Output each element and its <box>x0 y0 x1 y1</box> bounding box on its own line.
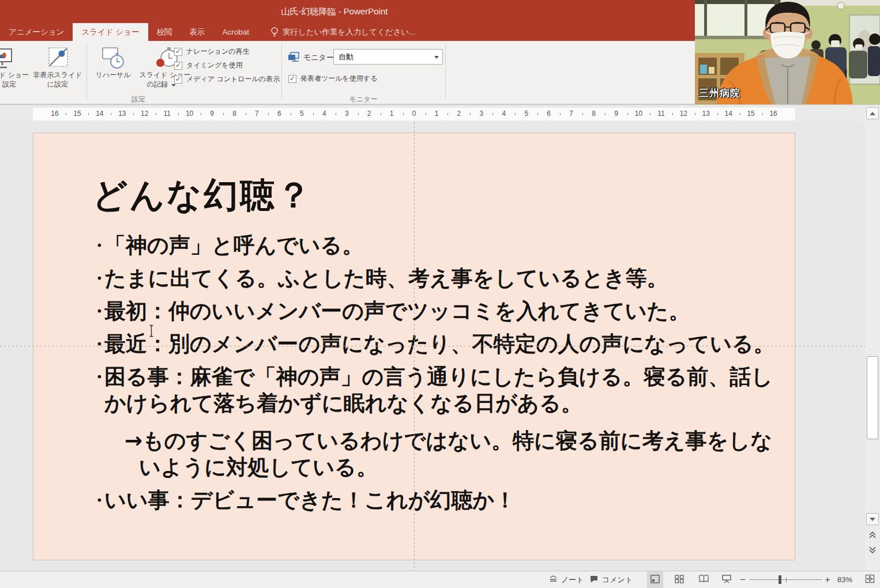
ruler-number: 9 <box>614 110 618 118</box>
ruler-number: 12 <box>141 110 148 118</box>
scroll-down-icon <box>870 518 875 521</box>
vertical-guide[interactable] <box>414 122 415 571</box>
powerpoint-window: 山氏-幻聴降臨 - PowerPoint アニメーション スライド ショー 校閲… <box>0 0 880 588</box>
zoom-out-button[interactable]: − <box>740 571 746 588</box>
tab-acrobat[interactable]: Acrobat <box>214 23 258 41</box>
scroll-down-button[interactable] <box>866 513 879 525</box>
monitor-dropdown-value: 自動 <box>339 52 353 62</box>
ruler-number: 8 <box>592 110 596 118</box>
reading-view-button[interactable] <box>695 571 712 588</box>
ruler-tick <box>201 113 201 115</box>
bullet-marker: ・ <box>91 364 108 390</box>
reading-view-icon <box>699 575 709 585</box>
zoom-slider-thumb[interactable] <box>779 575 781 584</box>
slide-bullet: ・いい事：デビューできた！これが幻聴か！ <box>104 487 788 514</box>
slide-body-text[interactable]: ・「神の声」と呼んでいる。 ・たまに出てくる。ふとした時、考え事をしているとき等… <box>104 232 788 514</box>
ruler-number: 6 <box>547 110 551 118</box>
hide-slide-icon <box>48 47 69 70</box>
zoom-slider-center-notch <box>786 577 787 582</box>
ruler-tick <box>358 113 359 115</box>
status-bar: ノート コメント − + 83% <box>0 571 880 588</box>
next-slide-button[interactable] <box>866 544 879 556</box>
fit-slide-icon <box>865 574 875 585</box>
ruler-tick <box>268 113 269 115</box>
ruler-number: 5 <box>524 110 528 118</box>
ruler-number: 5 <box>300 110 304 118</box>
zoom-percentage[interactable]: 83% <box>837 571 852 588</box>
lightbulb-icon <box>270 27 279 37</box>
ruler-number: 2 <box>367 110 371 118</box>
ruler-tick <box>291 113 291 115</box>
normal-view-button[interactable] <box>647 571 663 588</box>
fit-slide-to-window-button[interactable] <box>865 571 875 588</box>
bullet-marker: ・ <box>91 298 108 325</box>
editing-canvas[interactable]: どんな幻聴？ ・「神の声」と呼んでいる。 ・たまに出てくる。ふとした時、考え事を… <box>0 122 865 571</box>
tab-review[interactable]: 校閲 <box>148 23 181 41</box>
ruler-tick <box>492 113 493 115</box>
ruler[interactable]: 1615141312111098765432101234567891011121… <box>0 106 865 122</box>
scrollbar-thumb[interactable] <box>867 356 878 439</box>
ruler-number: 11 <box>657 110 664 118</box>
slide-show-setup-icon <box>0 47 16 72</box>
previous-slide-button[interactable] <box>866 529 879 541</box>
dropdown-caret-icon <box>171 84 176 86</box>
ruler-number: 3 <box>345 110 349 118</box>
ruler-number: 13 <box>118 110 126 118</box>
tab-view[interactable]: 表示 <box>181 23 214 41</box>
hide-slide-button[interactable]: 非表示スライド に設定 <box>30 43 85 95</box>
scroll-up-icon <box>870 112 875 115</box>
monitor-label: モニター: <box>303 52 336 63</box>
slideshow-view-button[interactable] <box>719 571 735 588</box>
ruler-number: 15 <box>73 110 81 118</box>
slide-title[interactable]: どんな幻聴？ <box>92 172 313 219</box>
rehearse-timings-button[interactable]: リハーサル <box>89 43 137 95</box>
notes-button[interactable]: ノート <box>549 571 584 588</box>
tab-slideshow[interactable]: スライド ショー <box>73 23 148 41</box>
comments-button[interactable]: コメント <box>589 571 633 588</box>
ruler-number: 7 <box>569 110 573 118</box>
vertical-scrollbar[interactable] <box>865 106 880 571</box>
ribbon-separator <box>281 43 282 99</box>
ruler-number: 0 <box>412 110 416 118</box>
ruler-number: 14 <box>96 110 103 118</box>
ruler-tick <box>111 113 111 115</box>
ruler-tick <box>381 113 381 115</box>
tell-me-box[interactable]: 実行したい作業を入力してください... <box>262 23 423 41</box>
horizontal-guide[interactable] <box>0 346 865 346</box>
tab-animation[interactable]: アニメーション <box>0 23 73 41</box>
monitor-dropdown[interactable]: 自動 <box>333 49 443 65</box>
bullet-marker: ・ <box>91 487 108 514</box>
ruler-number: 16 <box>769 110 777 118</box>
slide-sorter-view-button[interactable] <box>671 571 687 588</box>
previous-slide-icon <box>869 530 876 541</box>
scroll-up-button[interactable] <box>866 107 879 119</box>
slide-sub-bullet: →ものすごく困っているわけではない。特に寝る前に考え事をしないように対処している… <box>104 428 788 481</box>
ruler-tick <box>762 113 763 115</box>
ruler-tick <box>88 113 89 115</box>
setup-slideshow-button[interactable]: ド ショー 設定 <box>0 43 28 95</box>
zoom-in-button[interactable]: + <box>825 571 830 588</box>
slide-sorter-icon <box>675 575 684 585</box>
media-controls-checkbox[interactable]: メディア コントロールの表示 <box>174 74 280 84</box>
ruler-number: 6 <box>277 110 281 118</box>
ruler-number: 11 <box>163 110 170 118</box>
zoom-in-icon: + <box>825 574 830 586</box>
ribbon-separator <box>445 43 446 99</box>
slide-bullet: ・「神の声」と呼んでいる。 <box>104 232 788 259</box>
presenter-view-checkbox[interactable]: 発表者ツールを使用する <box>288 74 377 84</box>
narration-checkbox[interactable]: ナレーションの再生 <box>174 47 250 56</box>
notes-icon <box>549 575 558 585</box>
ruler-number: 10 <box>635 110 642 118</box>
monitor-group-label: モニター <box>306 95 421 104</box>
ruler-number: 13 <box>702 110 710 118</box>
setup-group-label: 設定 <box>81 95 196 104</box>
ruler-tick <box>403 113 404 115</box>
ruler-tick <box>515 113 516 115</box>
ruler-tick <box>560 113 561 115</box>
ruler-number: 4 <box>502 110 506 118</box>
ruler-tick <box>133 113 134 115</box>
ruler-tick <box>426 113 426 115</box>
timings-checkbox[interactable]: タイミングを使用 <box>174 61 243 70</box>
slideshow-view-icon <box>722 575 731 585</box>
ruler-number: 3 <box>480 110 484 118</box>
